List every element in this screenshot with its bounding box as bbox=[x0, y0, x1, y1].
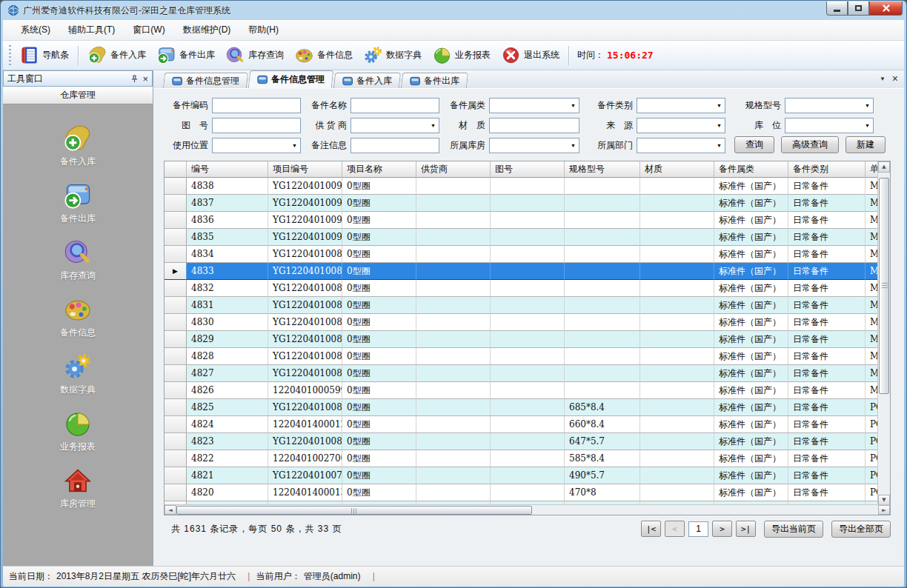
column-header[interactable]: 项目编号 bbox=[268, 161, 342, 178]
row-selector-cell[interactable] bbox=[165, 484, 187, 501]
drawing-no-input[interactable] bbox=[212, 118, 301, 133]
row-selector-header[interactable] bbox=[165, 161, 187, 178]
column-header[interactable]: 材质 bbox=[640, 161, 714, 178]
table-row[interactable]: 4838YG122040100930型圈标准件（国产）日常备件M bbox=[165, 178, 879, 195]
department-select[interactable]: ▼ bbox=[637, 138, 725, 153]
column-header[interactable]: 项目名称 bbox=[342, 161, 416, 178]
table-row[interactable]: ▶4833YG122040100880型圈标准件（国产）日常备件M bbox=[165, 263, 879, 280]
row-selector-cell[interactable] bbox=[165, 195, 187, 212]
minimize-button[interactable] bbox=[826, 1, 848, 16]
row-selector-cell[interactable] bbox=[165, 229, 187, 246]
row-selector-cell[interactable] bbox=[165, 212, 187, 229]
row-selector-cell[interactable] bbox=[165, 433, 187, 450]
pin-icon[interactable] bbox=[129, 75, 139, 83]
vertical-scroll-thumb[interactable] bbox=[879, 178, 889, 394]
next-page-button[interactable]: > bbox=[712, 521, 732, 537]
column-header[interactable]: 编号 bbox=[187, 161, 268, 178]
table-row[interactable]: 4827YG122040100820型圈标准件（国产）日常备件M bbox=[165, 365, 879, 382]
table-row[interactable]: 4836YG122040100910型圈标准件（国产）日常备件M bbox=[165, 212, 879, 229]
menu-item-data-maintenance[interactable]: 数据维护(D) bbox=[174, 21, 240, 39]
table-row[interactable]: 4831YG122040100860型圈标准件（国产）日常备件M bbox=[165, 297, 879, 314]
sidebar-close-icon[interactable]: × bbox=[142, 75, 148, 83]
table-row[interactable]: 482012204014000130型圈470*8标准件（国产）日常备件PC bbox=[165, 484, 879, 501]
part-info-shortcut[interactable]: 备件信息 bbox=[3, 295, 153, 339]
table-row[interactable]: 4830YG122040100850型圈标准件（国产）日常备件M bbox=[165, 314, 879, 331]
part-inbound-button[interactable]: 备件入库 bbox=[82, 43, 151, 67]
horizontal-scroll-thumb[interactable] bbox=[176, 506, 532, 515]
material-input[interactable] bbox=[489, 118, 579, 133]
table-row[interactable]: 4821YG122040100790型圈490*5.7标准件（国产）日常备件PC bbox=[165, 467, 879, 484]
stock-query-button[interactable]: 库存查询 bbox=[220, 43, 289, 67]
part-code-input[interactable] bbox=[212, 98, 301, 113]
row-selector-cell[interactable] bbox=[165, 297, 187, 314]
row-selector-cell[interactable] bbox=[165, 280, 187, 297]
part-category-select[interactable]: ▼ bbox=[489, 98, 579, 113]
tab-part-inbound[interactable]: 备件入库 bbox=[333, 73, 401, 88]
row-selector-cell[interactable]: ▶ bbox=[165, 263, 187, 280]
storage-bin-select[interactable]: ▼ bbox=[785, 118, 874, 133]
column-header[interactable]: 供货商 bbox=[416, 161, 491, 178]
column-header[interactable]: 备件属类 bbox=[714, 161, 788, 178]
table-row[interactable]: 4823YG122040100800型圈647*5.7标准件（国产）日常备件PC bbox=[165, 433, 879, 450]
tab-part-outbound[interactable]: 备件出库 bbox=[401, 73, 468, 88]
column-header[interactable]: 规格型号 bbox=[565, 161, 640, 178]
part-class-select[interactable]: ▼ bbox=[637, 98, 725, 113]
close-button[interactable] bbox=[869, 1, 903, 16]
row-selector-cell[interactable] bbox=[165, 450, 187, 467]
table-row[interactable]: 4837YG122040100920型圈标准件（国产）日常备件M bbox=[165, 195, 879, 212]
table-row[interactable]: 4834YG122040100890型圈标准件（国产）日常备件M bbox=[165, 246, 879, 263]
table-row[interactable]: 4829YG122040100840型圈标准件（国产）日常备件M bbox=[165, 331, 879, 348]
exit-system-button[interactable]: 退出系统 bbox=[496, 43, 565, 67]
row-selector-cell[interactable] bbox=[165, 348, 187, 365]
first-page-button[interactable]: |< bbox=[641, 521, 661, 537]
source-select[interactable]: ▼ bbox=[637, 118, 725, 133]
query-button[interactable]: 查询 bbox=[734, 136, 774, 153]
nav-bar-button[interactable]: 导航条 bbox=[14, 43, 74, 67]
sidebar-group-warehouse[interactable]: 仓库管理 bbox=[3, 87, 153, 104]
part-inbound-shortcut[interactable]: 备件入库 bbox=[3, 124, 153, 168]
row-selector-cell[interactable] bbox=[165, 178, 187, 195]
part-outbound-button[interactable]: 备件出库 bbox=[151, 43, 220, 67]
menu-item-help[interactable]: 帮助(H) bbox=[239, 21, 288, 39]
new-button[interactable]: 新建 bbox=[845, 136, 886, 153]
page-number-input[interactable] bbox=[688, 521, 708, 537]
row-selector-cell[interactable] bbox=[165, 382, 187, 399]
supplier-select[interactable]: ▼ bbox=[350, 118, 439, 133]
row-selector-cell[interactable] bbox=[165, 331, 187, 348]
tab-close-icon[interactable]: × bbox=[892, 74, 898, 83]
row-selector-cell[interactable] bbox=[165, 416, 187, 433]
part-name-input[interactable] bbox=[350, 98, 439, 113]
toolbar-grip[interactable] bbox=[9, 45, 11, 66]
row-selector-cell[interactable] bbox=[165, 314, 187, 331]
table-row[interactable]: 4832YG122040100870型圈标准件（国产）日常备件M bbox=[165, 280, 879, 297]
last-page-button[interactable]: >| bbox=[736, 521, 756, 537]
table-row[interactable]: 4825YG122040100810型圈685*8.4标准件（国产）日常备件PC bbox=[165, 399, 879, 416]
table-row[interactable]: 4828YG122040100830型圈标准件（国产）日常备件M bbox=[165, 348, 879, 365]
table-row[interactable]: 482612204010005990型圈标准件（国产）日常备件M bbox=[165, 382, 879, 399]
tab-part-info-mgmt-2[interactable]: 备件信息管理 bbox=[248, 70, 334, 88]
maximize-button[interactable] bbox=[848, 1, 869, 16]
tab-list-dropdown-icon[interactable]: ▼ bbox=[880, 76, 886, 82]
export-current-page-button[interactable]: 导出当前页 bbox=[764, 521, 823, 538]
tab-part-info-mgmt-1[interactable]: 备件信息管理 bbox=[163, 73, 248, 88]
column-header[interactable]: 备件类别 bbox=[788, 161, 866, 178]
table-row[interactable]: 482212204010027000型圈585*8.4标准件（国产）日常备件PC bbox=[165, 450, 879, 467]
stock-query-shortcut[interactable]: 库存查询 bbox=[3, 238, 153, 282]
row-selector-cell[interactable] bbox=[165, 246, 187, 263]
table-row[interactable]: 4835YG122040100900型圈标准件（国产）日常备件M bbox=[165, 229, 879, 246]
data-dictionary-button[interactable]: 数据字典 bbox=[358, 43, 427, 67]
spec-model-select[interactable]: ▼ bbox=[785, 98, 874, 113]
remarks-input[interactable] bbox=[350, 138, 439, 153]
scroll-right-icon[interactable]: ► bbox=[878, 505, 890, 515]
business-report-button[interactable]: 业务报表 bbox=[427, 43, 496, 67]
menu-item-system[interactable]: 系统(S) bbox=[12, 21, 59, 39]
scroll-left-icon[interactable]: ◄ bbox=[165, 505, 176, 515]
row-selector-cell[interactable] bbox=[165, 399, 187, 416]
warehouse-mgmt-shortcut[interactable]: 库房管理 bbox=[3, 466, 153, 510]
row-selector-cell[interactable] bbox=[165, 467, 187, 484]
part-info-button[interactable]: 备件信息 bbox=[289, 43, 358, 67]
table-row[interactable]: 482412204014000120型圈660*8.4标准件（国产）日常备件PC bbox=[165, 416, 879, 433]
column-header[interactable]: 图号 bbox=[491, 161, 565, 178]
advanced-query-button[interactable]: 高级查询 bbox=[781, 136, 839, 153]
part-outbound-shortcut[interactable]: 备件出库 bbox=[3, 181, 153, 225]
